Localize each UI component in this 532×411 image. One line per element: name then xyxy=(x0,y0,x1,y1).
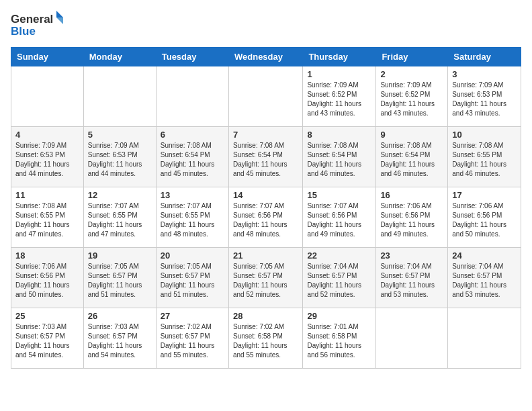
day-number: 17 xyxy=(452,190,517,200)
day-info: Sunrise: 7:05 AM Sunset: 6:57 PM Dayligh… xyxy=(88,262,152,300)
day-number: 26 xyxy=(88,311,152,321)
calendar-cell xyxy=(11,66,84,127)
day-number: 20 xyxy=(161,250,224,261)
day-info: Sunrise: 7:07 AM Sunset: 6:56 PM Dayligh… xyxy=(307,201,371,239)
calendar-week-row: 18Sunrise: 7:06 AM Sunset: 6:56 PM Dayli… xyxy=(11,248,521,308)
calendar-day-header: Thursday xyxy=(303,48,376,66)
day-number: 16 xyxy=(380,190,443,200)
day-number: 2 xyxy=(380,69,443,79)
day-info: Sunrise: 7:04 AM Sunset: 6:57 PM Dayligh… xyxy=(307,262,371,300)
calendar-week-row: 1Sunrise: 7:09 AM Sunset: 6:52 PM Daylig… xyxy=(11,66,521,127)
calendar-cell: 9Sunrise: 7:08 AM Sunset: 6:54 PM Daylig… xyxy=(376,127,448,187)
day-number: 5 xyxy=(88,130,152,140)
calendar-cell xyxy=(83,66,156,127)
calendar-day-header: Wednesday xyxy=(228,48,302,66)
day-info: Sunrise: 7:08 AM Sunset: 6:54 PM Dayligh… xyxy=(161,141,224,179)
calendar-cell: 1Sunrise: 7:09 AM Sunset: 6:52 PM Daylig… xyxy=(303,66,376,127)
day-number: 23 xyxy=(380,250,443,261)
calendar-cell xyxy=(156,66,228,127)
day-info: Sunrise: 7:08 AM Sunset: 6:55 PM Dayligh… xyxy=(452,141,517,179)
calendar-cell: 4Sunrise: 7:09 AM Sunset: 6:53 PM Daylig… xyxy=(11,127,84,187)
day-info: Sunrise: 7:08 AM Sunset: 6:55 PM Dayligh… xyxy=(15,201,79,239)
day-number: 24 xyxy=(452,250,517,261)
day-info: Sunrise: 7:04 AM Sunset: 6:57 PM Dayligh… xyxy=(380,262,443,300)
day-info: Sunrise: 7:06 AM Sunset: 6:56 PM Dayligh… xyxy=(15,262,79,300)
day-number: 28 xyxy=(233,311,298,321)
day-info: Sunrise: 7:01 AM Sunset: 6:58 PM Dayligh… xyxy=(307,322,371,360)
day-number: 21 xyxy=(233,250,298,261)
day-number: 7 xyxy=(233,130,298,140)
day-number: 6 xyxy=(161,130,224,140)
calendar-cell: 17Sunrise: 7:06 AM Sunset: 6:56 PM Dayli… xyxy=(448,187,521,248)
day-info: Sunrise: 7:09 AM Sunset: 6:53 PM Dayligh… xyxy=(15,141,79,179)
calendar-cell: 2Sunrise: 7:09 AM Sunset: 6:52 PM Daylig… xyxy=(376,66,448,127)
calendar-body: 1Sunrise: 7:09 AM Sunset: 6:52 PM Daylig… xyxy=(11,66,521,369)
day-number: 25 xyxy=(15,311,79,321)
day-info: Sunrise: 7:05 AM Sunset: 6:57 PM Dayligh… xyxy=(161,262,224,300)
day-number: 27 xyxy=(161,311,224,321)
day-info: Sunrise: 7:03 AM Sunset: 6:57 PM Dayligh… xyxy=(15,322,79,360)
day-info: Sunrise: 7:06 AM Sunset: 6:56 PM Dayligh… xyxy=(452,201,517,239)
calendar-table: SundayMondayTuesdayWednesdayThursdayFrid… xyxy=(11,47,521,369)
day-info: Sunrise: 7:04 AM Sunset: 6:57 PM Dayligh… xyxy=(452,262,517,300)
day-info: Sunrise: 7:08 AM Sunset: 6:54 PM Dayligh… xyxy=(307,141,371,179)
calendar-cell: 8Sunrise: 7:08 AM Sunset: 6:54 PM Daylig… xyxy=(303,127,376,187)
day-number: 15 xyxy=(307,190,371,200)
calendar-cell xyxy=(228,66,302,127)
svg-marker-3 xyxy=(56,17,63,24)
calendar-cell: 7Sunrise: 7:08 AM Sunset: 6:54 PM Daylig… xyxy=(228,127,302,187)
calendar-day-header: Saturday xyxy=(448,48,521,66)
calendar-week-row: 4Sunrise: 7:09 AM Sunset: 6:53 PM Daylig… xyxy=(11,127,521,187)
calendar-cell: 24Sunrise: 7:04 AM Sunset: 6:57 PM Dayli… xyxy=(448,248,521,308)
day-number: 13 xyxy=(161,190,224,200)
day-number: 29 xyxy=(307,311,371,321)
calendar-cell: 27Sunrise: 7:02 AM Sunset: 6:57 PM Dayli… xyxy=(156,308,228,369)
svg-text:General: General xyxy=(11,13,53,26)
day-number: 22 xyxy=(307,250,371,261)
day-info: Sunrise: 7:06 AM Sunset: 6:56 PM Dayligh… xyxy=(380,201,443,239)
calendar-cell: 26Sunrise: 7:03 AM Sunset: 6:57 PM Dayli… xyxy=(83,308,156,369)
day-number: 9 xyxy=(380,130,443,140)
page-header: GeneralBlue xyxy=(11,11,521,39)
day-number: 8 xyxy=(307,130,371,140)
calendar-cell: 15Sunrise: 7:07 AM Sunset: 6:56 PM Dayli… xyxy=(303,187,376,248)
calendar-cell: 29Sunrise: 7:01 AM Sunset: 6:58 PM Dayli… xyxy=(303,308,376,369)
calendar-cell: 10Sunrise: 7:08 AM Sunset: 6:55 PM Dayli… xyxy=(448,127,521,187)
calendar-cell: 19Sunrise: 7:05 AM Sunset: 6:57 PM Dayli… xyxy=(83,248,156,308)
calendar-day-header: Sunday xyxy=(11,48,84,66)
day-info: Sunrise: 7:07 AM Sunset: 6:56 PM Dayligh… xyxy=(233,201,298,239)
day-info: Sunrise: 7:09 AM Sunset: 6:53 PM Dayligh… xyxy=(452,81,517,118)
calendar-cell: 20Sunrise: 7:05 AM Sunset: 6:57 PM Dayli… xyxy=(156,248,228,308)
day-number: 14 xyxy=(233,190,298,200)
calendar-week-row: 25Sunrise: 7:03 AM Sunset: 6:57 PM Dayli… xyxy=(11,308,521,369)
calendar-day-header: Monday xyxy=(83,48,156,66)
calendar-header-row: SundayMondayTuesdayWednesdayThursdayFrid… xyxy=(11,48,521,66)
day-info: Sunrise: 7:09 AM Sunset: 6:53 PM Dayligh… xyxy=(88,141,152,179)
calendar-day-header: Tuesday xyxy=(156,48,228,66)
day-number: 18 xyxy=(15,250,79,261)
day-number: 4 xyxy=(15,130,79,140)
day-info: Sunrise: 7:05 AM Sunset: 6:57 PM Dayligh… xyxy=(233,262,298,300)
day-info: Sunrise: 7:07 AM Sunset: 6:55 PM Dayligh… xyxy=(161,201,224,239)
day-info: Sunrise: 7:08 AM Sunset: 6:54 PM Dayligh… xyxy=(233,141,298,179)
calendar-cell: 14Sunrise: 7:07 AM Sunset: 6:56 PM Dayli… xyxy=(228,187,302,248)
day-number: 1 xyxy=(307,69,371,79)
day-number: 11 xyxy=(15,190,79,200)
calendar-cell: 28Sunrise: 7:02 AM Sunset: 6:58 PM Dayli… xyxy=(228,308,302,369)
calendar-week-row: 11Sunrise: 7:08 AM Sunset: 6:55 PM Dayli… xyxy=(11,187,521,248)
svg-text:Blue: Blue xyxy=(11,25,36,38)
svg-marker-2 xyxy=(56,11,63,17)
calendar-cell xyxy=(376,308,448,369)
day-number: 10 xyxy=(452,130,517,140)
day-info: Sunrise: 7:08 AM Sunset: 6:54 PM Dayligh… xyxy=(380,141,443,179)
calendar-cell: 18Sunrise: 7:06 AM Sunset: 6:56 PM Dayli… xyxy=(11,248,84,308)
calendar-cell xyxy=(448,308,521,369)
calendar-cell: 11Sunrise: 7:08 AM Sunset: 6:55 PM Dayli… xyxy=(11,187,84,248)
day-info: Sunrise: 7:02 AM Sunset: 6:58 PM Dayligh… xyxy=(233,322,298,360)
calendar-cell: 13Sunrise: 7:07 AM Sunset: 6:55 PM Dayli… xyxy=(156,187,228,248)
calendar-cell: 6Sunrise: 7:08 AM Sunset: 6:54 PM Daylig… xyxy=(156,127,228,187)
logo-svg: GeneralBlue xyxy=(11,11,64,39)
calendar-cell: 21Sunrise: 7:05 AM Sunset: 6:57 PM Dayli… xyxy=(228,248,302,308)
calendar-cell: 25Sunrise: 7:03 AM Sunset: 6:57 PM Dayli… xyxy=(11,308,84,369)
calendar-cell: 22Sunrise: 7:04 AM Sunset: 6:57 PM Dayli… xyxy=(303,248,376,308)
